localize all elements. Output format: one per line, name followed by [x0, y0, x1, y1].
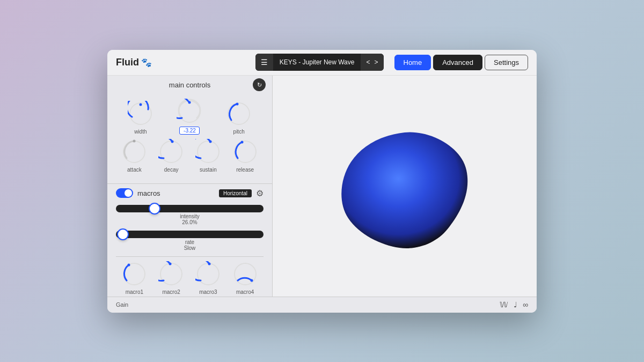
footer-icon-arp[interactable]: ♩: [514, 300, 517, 309]
knob-attack-label: attack: [127, 167, 142, 173]
knob-width-container: width: [128, 101, 153, 135]
preset-name: KEYS - Jupiter New Wave: [273, 54, 361, 71]
macros-section: macros Horizontal ⚙ intensity 26.0%: [107, 183, 272, 297]
rate-slider-thumb[interactable]: [117, 228, 129, 240]
footer-icon-wavetable[interactable]: 𝕎: [500, 300, 508, 309]
svg-point-3: [188, 101, 191, 104]
left-panel: main controls ↻ widt: [107, 76, 273, 297]
knob-decay-container: decay: [158, 139, 184, 173]
intensity-info: intensity 26.0%: [116, 213, 264, 225]
macros-header: macros Horizontal ⚙: [116, 188, 264, 198]
plugin-window: Fluid 🐾 ☰ KEYS - Jupiter New Wave < > Ho…: [107, 50, 537, 313]
knobs-section-row1: width -3.22: [107, 94, 272, 183]
knob-macro1-container: macro1: [121, 261, 147, 295]
knob-macro4[interactable]: [232, 261, 258, 287]
knob-decay[interactable]: [158, 139, 184, 165]
intensity-slider-thumb[interactable]: [149, 203, 160, 215]
nav-prev-button[interactable]: <: [365, 58, 371, 66]
knob-tune-container: -3.22: [177, 99, 202, 135]
intensity-label: intensity: [116, 213, 264, 219]
panel-settings-button[interactable]: ↻: [253, 78, 266, 91]
svg-point-2: [179, 101, 200, 122]
rate-info: rate Slow: [116, 239, 264, 251]
svg-point-8: [160, 141, 182, 162]
macros-mode-badge: Horizontal: [219, 189, 252, 197]
header: Fluid 🐾 ☰ KEYS - Jupiter New Wave < > Ho…: [107, 50, 537, 76]
knob-macro2-label: macro2: [162, 289, 180, 295]
knob-decay-label: decay: [164, 167, 179, 173]
svg-point-13: [240, 141, 243, 143]
svg-point-21: [250, 279, 253, 282]
intensity-slider-track[interactable]: [116, 205, 264, 212]
footer-icons: 𝕎 ♩ ∞: [500, 300, 528, 309]
knob-pitch-container: pitch: [226, 101, 252, 135]
svg-point-10: [197, 141, 219, 162]
knob-macro4-container: macro4: [232, 261, 258, 295]
knob-macro2-container: macro2: [158, 261, 184, 295]
logo-text: Fluid: [116, 57, 139, 68]
main-content: main controls ↻ widt: [107, 76, 537, 297]
rate-label: rate: [116, 239, 264, 245]
knob-attack-container: attack: [121, 139, 147, 173]
svg-point-20: [235, 263, 256, 285]
macros-label: macros: [137, 189, 160, 197]
knob-macro2[interactable]: [158, 261, 184, 287]
panel-title: main controls: [169, 81, 210, 89]
blob-visualizer: [335, 122, 474, 250]
macro-knobs-row: macro1 macro2: [116, 256, 264, 295]
tab-advanced[interactable]: Advanced: [433, 55, 482, 70]
knob-tune[interactable]: [177, 99, 202, 124]
svg-point-9: [171, 140, 174, 143]
knob-width-label: width: [134, 129, 147, 135]
right-panel: [273, 76, 537, 297]
knob-sustain-label: sustain: [200, 167, 217, 173]
svg-point-4: [228, 103, 250, 124]
knob-release-label: release: [236, 167, 254, 173]
hamburger-button[interactable]: ☰: [255, 54, 273, 71]
knob-pitch[interactable]: [226, 101, 252, 127]
knob-macro1[interactable]: [121, 261, 147, 287]
nav-next-button[interactable]: >: [373, 58, 379, 66]
macros-toggle[interactable]: [116, 188, 133, 198]
knob-macro1-label: macro1: [126, 289, 143, 295]
svg-point-5: [236, 102, 239, 105]
knob-macro3-container: macro3: [195, 261, 221, 295]
svg-point-16: [160, 263, 182, 285]
nav-arrows: < >: [361, 54, 383, 71]
knob-macro3-label: macro3: [199, 289, 217, 295]
knob-macro3[interactable]: [195, 261, 221, 287]
footer-icon-link[interactable]: ∞: [523, 300, 528, 309]
logo-paw: 🐾: [141, 57, 152, 68]
knob-release[interactable]: [232, 139, 258, 165]
svg-point-1: [139, 103, 142, 106]
svg-point-18: [197, 263, 219, 285]
nav-tabs: Home Advanced Settings: [394, 55, 529, 70]
rate-slider-track[interactable]: [116, 231, 264, 238]
panel-header: main controls ↻: [107, 76, 272, 94]
tab-settings[interactable]: Settings: [485, 55, 528, 70]
intensity-value: 26.0%: [116, 219, 264, 225]
rate-slider-section: rate Slow: [116, 231, 264, 251]
svg-point-19: [208, 262, 210, 265]
knobs-row-2: attack decay: [116, 139, 264, 173]
knob-macro4-label: macro4: [236, 289, 254, 295]
knob-sustain[interactable]: [195, 139, 221, 165]
footer-gain-label: Gain: [116, 301, 128, 308]
tab-home[interactable]: Home: [394, 55, 431, 70]
svg-point-15: [128, 263, 130, 266]
intensity-slider-section: intensity 26.0%: [116, 205, 264, 225]
macros-gear-button[interactable]: ⚙: [256, 188, 264, 198]
svg-point-7: [133, 139, 136, 142]
svg-point-17: [169, 262, 172, 265]
rate-value: Slow: [116, 245, 264, 251]
knob-width[interactable]: [128, 101, 153, 127]
knob-tune-value: -3.22: [179, 127, 200, 135]
preset-area: ☰ KEYS - Jupiter New Wave < >: [255, 54, 384, 71]
logo: Fluid 🐾: [116, 57, 152, 68]
knobs-row-1: width -3.22: [116, 99, 264, 135]
knob-release-container: release: [232, 139, 258, 173]
footer: Gain 𝕎 ♩ ∞: [107, 297, 537, 313]
knob-sustain-container: sustain: [195, 139, 221, 173]
knob-attack[interactable]: [121, 139, 147, 165]
knob-pitch-label: pitch: [233, 129, 245, 135]
